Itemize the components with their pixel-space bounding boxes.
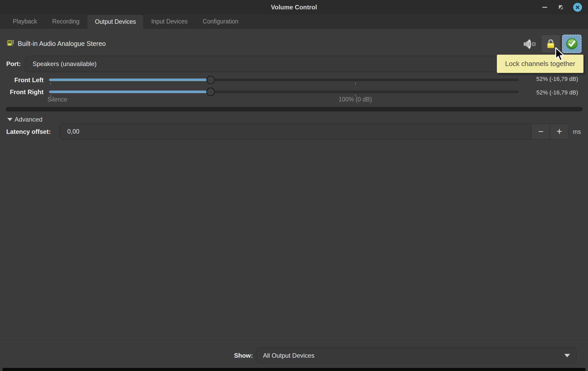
silence-mark-label: Silence [47, 96, 67, 103]
restore-button[interactable] [555, 0, 567, 15]
bottom-edge-strip [3, 368, 585, 371]
advanced-expander[interactable]: Advanced [7, 116, 42, 123]
mute-toggle-icon[interactable] [521, 38, 536, 50]
tab-recording-label: Recording [52, 18, 79, 25]
tab-recording[interactable]: Recording [45, 15, 87, 28]
tab-input-devices-label: Input Devices [151, 18, 187, 25]
expander-arrow-icon [7, 118, 13, 121]
latency-decrement-button[interactable]: − [531, 124, 550, 139]
window-title: Volume Control [0, 0, 588, 15]
latency-increment-button[interactable]: + [550, 124, 568, 139]
volume-slider-front-right[interactable] [49, 91, 519, 93]
chevron-down-icon [564, 354, 570, 357]
sound-card-icon [7, 39, 15, 47]
slider-thumb[interactable] [206, 76, 215, 84]
slider-fill [49, 79, 211, 81]
peak-level-meter [6, 107, 583, 111]
tick-silence [50, 82, 51, 85]
close-icon [573, 3, 582, 12]
channel-value-front-right: 52% (-16,79 dB) [536, 89, 578, 96]
tab-bar: Playback Recording Output Devices Input … [0, 15, 588, 29]
latency-spinbox: 0,00 − + [60, 123, 569, 140]
slider-thumb[interactable] [206, 88, 215, 96]
green-check-icon [566, 38, 578, 50]
tick-100 [355, 82, 356, 85]
show-dropdown[interactable]: All Output Devices [256, 348, 577, 363]
tooltip: Lock channels together [497, 55, 584, 73]
port-label: Port: [6, 60, 21, 68]
restore-icon [558, 5, 564, 10]
tab-playback[interactable]: Playback [5, 15, 45, 28]
tab-output-devices[interactable]: Output Devices [87, 15, 144, 29]
close-button[interactable] [571, 0, 584, 15]
tab-configuration-label: Configuration [203, 18, 238, 25]
volume-control-window: Volume Control Playback Recording Output… [0, 0, 588, 371]
latency-value: 0,00 [67, 128, 79, 135]
slider-fill [49, 91, 211, 93]
slider-scale-labels: Silence 100% (0 dB) [49, 96, 519, 103]
hundred-percent-mark-label: 100% (0 dB) [339, 96, 372, 103]
mouse-cursor [554, 47, 566, 63]
volume-slider-front-left[interactable] [49, 79, 519, 81]
advanced-label: Advanced [15, 116, 42, 123]
latency-unit-label: ms [573, 128, 581, 135]
titlebar: Volume Control [0, 0, 588, 15]
show-label: Show: [198, 352, 253, 359]
tab-output-devices-label: Output Devices [95, 18, 136, 25]
show-dropdown-value: All Output Devices [263, 352, 314, 359]
channel-label-front-left: Front Left [0, 76, 44, 84]
tab-configuration[interactable]: Configuration [195, 15, 246, 28]
channel-value-front-left: 52% (-16,79 dB) [536, 76, 578, 82]
latency-input[interactable]: 0,00 [60, 124, 531, 139]
latency-offset-label: Latency offset: [6, 128, 51, 135]
port-dropdown-value: Speakers (unavailable) [33, 60, 96, 68]
minimize-icon [542, 7, 547, 8]
channel-label-front-right: Front Right [0, 88, 44, 96]
tab-input-devices[interactable]: Input Devices [144, 15, 195, 28]
device-name: Built-in Audio Analogue Stereo [18, 40, 106, 47]
tab-playback-label: Playback [13, 18, 37, 25]
minimize-button[interactable] [538, 0, 551, 15]
